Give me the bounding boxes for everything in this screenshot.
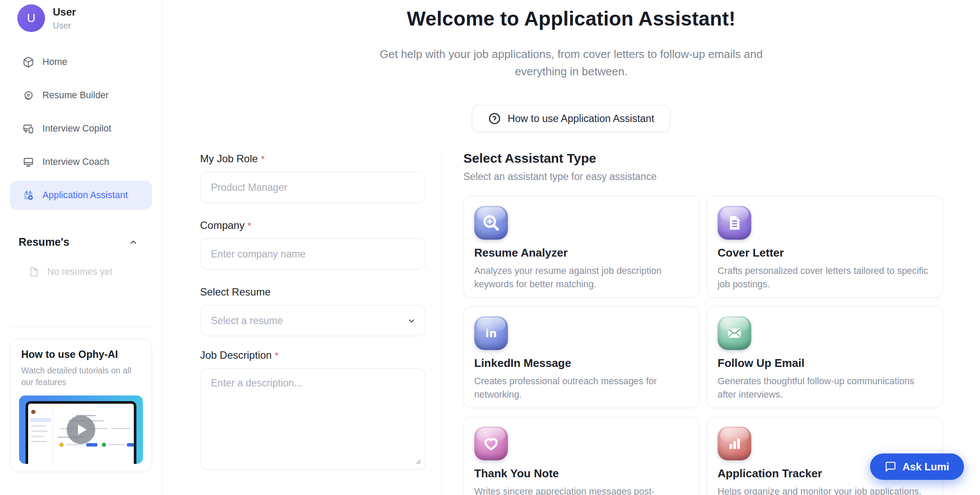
monitor-phone-icon — [23, 123, 34, 135]
cube-icon — [23, 56, 34, 68]
chat-bubble-icon — [885, 461, 896, 472]
card-resume-analyzer[interactable]: Resume Analyzer Analyzes your resume aga… — [463, 196, 699, 298]
linkedin-icon: in — [474, 316, 508, 350]
user-meta: User User — [53, 6, 76, 31]
sidebar-item-label: Interview Coach — [42, 157, 109, 167]
assistant-panel: Select Assistant Type Select an assistan… — [463, 149, 943, 495]
card-title: Thank You Note — [474, 467, 689, 480]
sidebar-item-home[interactable]: Home — [10, 48, 152, 77]
resumes-section-header[interactable]: Resume's — [10, 236, 152, 248]
job-description-textarea[interactable] — [200, 368, 426, 470]
resume-select-value[interactable]: Select a resume — [200, 305, 426, 336]
sidebar-item-label: Home — [42, 57, 67, 68]
document-icon — [718, 206, 751, 240]
card-description: Crafts personalized cover letters tailor… — [718, 264, 932, 291]
company-input[interactable] — [200, 238, 426, 270]
user-profile[interactable]: U User User — [10, 4, 152, 32]
resize-handle-icon[interactable] — [414, 457, 421, 465]
thumb-line — [31, 425, 46, 427]
card-title: LinkedIn Message — [474, 357, 689, 370]
company-label: Company* — [200, 219, 426, 231]
application-form: My Job Role* Company* Select Resume Sele… — [200, 149, 426, 495]
sidebar-item-label: Resume Builder — [42, 90, 109, 101]
heart-icon — [474, 427, 508, 460]
card-title: Follow Up Email — [718, 357, 932, 370]
thumb-line — [66, 444, 84, 445]
thumb-line — [111, 428, 130, 429]
thumb-mini-avatar — [31, 410, 36, 414]
monitor-icon — [23, 156, 34, 168]
magnifier-plus-icon — [474, 206, 508, 240]
sidebar-item-interview-coach[interactable]: Interview Coach — [10, 148, 152, 177]
chevron-down-icon — [407, 316, 416, 325]
calendar-plus-icon — [23, 190, 34, 201]
thumb-line — [31, 436, 44, 437]
thumb-line — [31, 431, 48, 432]
chevron-up-icon[interactable] — [129, 238, 138, 247]
job-role-label: My Job Role* — [200, 153, 426, 165]
envelope-icon — [718, 316, 751, 350]
card-description: Generates thoughtful follow-up communica… — [718, 375, 932, 401]
required-mark: * — [275, 350, 278, 361]
note-circle-icon — [23, 90, 34, 101]
card-description: Writes sincere appreciation messages pos… — [474, 485, 689, 495]
hero: Welcome to Application Assistant! Get he… — [162, 7, 980, 132]
bar-chart-icon — [718, 427, 751, 460]
column-divider — [442, 149, 442, 495]
card-description: Creates professional outreach messages f… — [474, 375, 689, 401]
card-thank-you-note[interactable]: Thank You Note Writes sincere appreciati… — [463, 417, 699, 495]
sidebar-item-resume-builder[interactable]: Resume Builder — [10, 81, 152, 110]
sidebar-item-interview-copilot[interactable]: Interview Copilot — [10, 114, 152, 143]
assistant-title: Select Assistant Type — [463, 151, 943, 166]
thumb-line — [109, 444, 124, 445]
resumes-empty-state: No resumes yet — [10, 267, 152, 277]
job-description-label: Job Description* — [200, 349, 426, 361]
question-circle-icon — [488, 112, 501, 125]
sidebar-item-label: Interview Copilot — [42, 123, 111, 134]
card-title: Resume Analyzer — [474, 246, 689, 260]
tutorial-subtitle: Watch detailed tutorials on all our feat… — [18, 365, 144, 388]
file-icon — [29, 267, 39, 277]
thumb-button — [86, 443, 97, 447]
page-title: Welcome to Application Assistant! — [162, 7, 980, 30]
sidebar-footer: How to use Ophy-AI Watch detailed tutori… — [10, 327, 152, 472]
play-triangle — [78, 424, 87, 435]
card-title: Cover Letter — [718, 246, 932, 260]
thumb-mini-active-item — [30, 418, 51, 422]
ask-lumi-button[interactable]: Ask Lumi — [870, 453, 964, 480]
sidebar-item-application-assistant[interactable]: Application Assistant — [10, 181, 152, 210]
card-description: Helps organize and monitor your job appl… — [718, 485, 932, 495]
resumes-empty-label: No resumes yet — [47, 267, 113, 277]
thumb-button — [127, 443, 134, 447]
select-resume-label: Select Resume — [200, 286, 426, 298]
user-role: User — [53, 21, 76, 31]
thumb-line — [31, 441, 47, 442]
avatar: U — [17, 4, 45, 32]
user-name: User — [53, 6, 76, 18]
sidebar-item-label: Application Assistant — [42, 190, 128, 201]
job-description-wrap — [200, 368, 426, 472]
resume-select[interactable]: Select a resume — [200, 305, 426, 336]
required-mark: * — [261, 154, 265, 164]
tutorial-video-thumbnail[interactable] — [19, 395, 143, 464]
required-mark: * — [248, 220, 252, 231]
card-cover-letter[interactable]: Cover Letter Crafts personalized cover l… — [707, 196, 943, 298]
tutorial-card: How to use Ophy-AI Watch detailed tutori… — [10, 339, 152, 472]
job-role-input[interactable] — [200, 172, 426, 203]
ask-lumi-label: Ask Lumi — [902, 461, 949, 473]
play-icon[interactable] — [67, 415, 95, 444]
card-linkedin-message[interactable]: in LinkedIn Message Creates professional… — [463, 306, 699, 408]
svg-text:in: in — [485, 327, 497, 340]
card-follow-up-email[interactable]: Follow Up Email Generates thoughtful fol… — [707, 306, 943, 408]
how-to-use-button[interactable]: How to use Application Assistant — [472, 105, 670, 132]
card-description: Analyzes your resume against job descrip… — [474, 264, 689, 291]
thumb-dot-yellow — [59, 443, 64, 447]
avatar-initial: U — [27, 12, 36, 25]
sidebar-nav: Home Resume Builder Interview Copilot In… — [10, 48, 152, 214]
sidebar-divider — [11, 327, 151, 327]
assistant-card-grid: Resume Analyzer Analyzes your resume aga… — [463, 196, 943, 495]
assistant-subtitle: Select an assistant type for easy assist… — [463, 171, 943, 183]
sidebar: U User User Home Resume Builder Intervie… — [0, 0, 162, 495]
page-subtitle: Get help with your job applications, fro… — [370, 46, 773, 80]
tutorial-title: How to use Ophy-AI — [18, 349, 144, 360]
